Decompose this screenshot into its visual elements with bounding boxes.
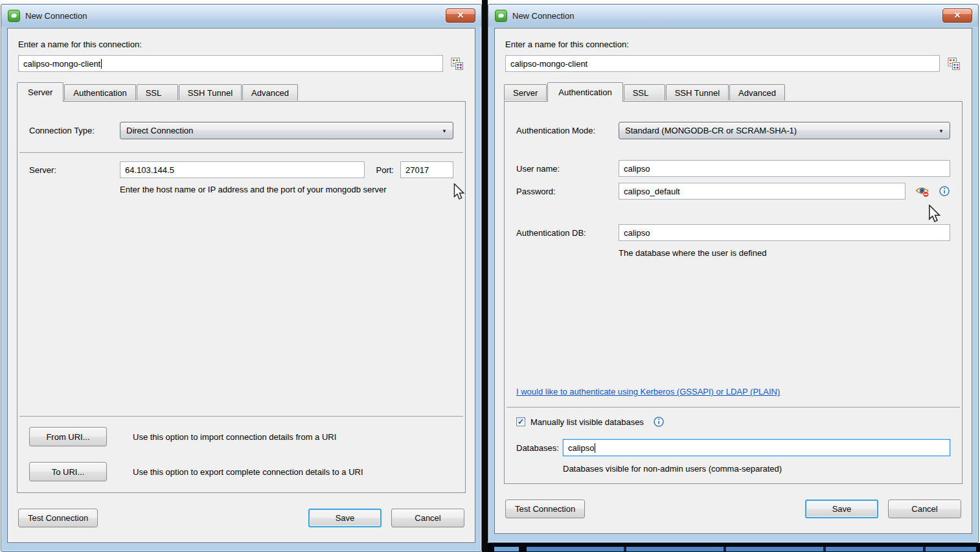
- server-tab-panel: Connection Type: Direct Connection ▼ Ser…: [17, 101, 466, 493]
- test-connection-button[interactable]: Test Connection: [505, 500, 585, 518]
- connection-type-label: Connection Type:: [29, 126, 120, 135]
- authentication-tab-panel: Authentication Mode: Standard (MONGODB-C…: [504, 101, 963, 484]
- server-help-text: Enter the host name or IP address and th…: [17, 178, 465, 194]
- tab-server[interactable]: Server: [17, 82, 63, 102]
- panel-spacer: [505, 258, 962, 387]
- text-caret: [595, 443, 595, 453]
- to-uri-button[interactable]: To URI...: [29, 462, 107, 481]
- app-logo-glyph: [496, 11, 506, 21]
- chevron-down-icon: ▼: [442, 128, 447, 134]
- dialog-footer: Test Connection Save Cancel: [8, 493, 475, 542]
- color-picker-icon[interactable]: [450, 56, 464, 71]
- new-connection-window-authentication: New Connection ✕ Enter a name for this c…: [488, 4, 979, 543]
- server-input[interactable]: 64.103.144.5: [120, 161, 365, 178]
- connection-name-input[interactable]: calipso-mongo-client: [18, 55, 443, 72]
- separator: [19, 416, 463, 417]
- tab-advanced[interactable]: Advanced: [729, 84, 785, 100]
- test-connection-button[interactable]: Test Connection: [18, 509, 98, 527]
- app-icon: [8, 10, 20, 22]
- screenshot-divider: [482, 0, 488, 552]
- username-label: User name:: [516, 164, 619, 174]
- authentication-mode-select[interactable]: Standard (MONGODB-CR or SCRAM-SHA-1) ▼: [619, 122, 950, 139]
- tab-authentication[interactable]: Authentication: [547, 82, 622, 102]
- manually-list-databases-checkbox[interactable]: ✓: [516, 417, 525, 426]
- separator: [19, 152, 463, 153]
- chevron-down-icon: ▼: [939, 128, 944, 134]
- dialog-content: Enter a name for this connection: calips…: [7, 28, 475, 543]
- authentication-db-input[interactable]: calipso: [619, 224, 950, 241]
- connection-name-label: Enter a name for this connection:: [18, 40, 464, 49]
- window-title: New Connection: [25, 11, 87, 21]
- mouse-cursor-icon: [928, 205, 942, 225]
- tab-bar: Server Authentication SSL SSH Tunnel Adv…: [8, 82, 475, 101]
- connection-name-label: Enter a name for this connection:: [505, 40, 961, 49]
- password-input[interactable]: calipso_default: [619, 183, 906, 200]
- to-uri-help-text: Use this option to export complete conne…: [133, 467, 363, 477]
- tab-ssl[interactable]: SSL: [137, 84, 178, 100]
- kerberos-ldap-link[interactable]: I would like to authenticate using Kerbe…: [516, 387, 780, 397]
- password-info-icon[interactable]: [939, 185, 950, 197]
- app-logo-glyph: [9, 11, 19, 21]
- checkmark-icon: ✓: [518, 418, 524, 426]
- tab-ssh-tunnel[interactable]: SSH Tunnel: [179, 84, 242, 100]
- tab-authentication[interactable]: Authentication: [64, 84, 135, 100]
- port-input[interactable]: 27017: [400, 161, 453, 178]
- from-uri-help-text: Use this option to import connection det…: [133, 432, 336, 442]
- titlebar[interactable]: New Connection ✕: [488, 5, 978, 27]
- window-title: New Connection: [512, 11, 574, 21]
- color-picker-icon[interactable]: [946, 56, 961, 71]
- authentication-mode-label: Authentication Mode:: [516, 126, 619, 135]
- cancel-button[interactable]: Cancel: [888, 500, 961, 518]
- username-input[interactable]: calipso: [619, 160, 950, 177]
- connection-name-section: Enter a name for this connection: calips…: [495, 29, 972, 72]
- databases-label: Databases:: [516, 443, 563, 453]
- new-connection-window-server: New Connection ✕ Enter a name for this c…: [1, 4, 482, 552]
- databases-info-icon[interactable]: [653, 416, 665, 428]
- background-app-cell: [494, 547, 519, 551]
- tab-server[interactable]: Server: [504, 84, 547, 100]
- titlebar[interactable]: New Connection ✕: [1, 5, 481, 27]
- from-uri-button[interactable]: From URI...: [29, 427, 107, 446]
- tab-advanced[interactable]: Advanced: [242, 84, 298, 100]
- connection-name-section: Enter a name for this connection: calips…: [8, 29, 475, 72]
- manually-list-databases-label: Manually list visible databases: [530, 417, 644, 427]
- databases-input[interactable]: calipso: [563, 439, 950, 456]
- dialog-footer: Test Connection Save Cancel: [495, 484, 972, 533]
- close-button[interactable]: ✕: [942, 8, 972, 23]
- cancel-button[interactable]: Cancel: [391, 509, 464, 527]
- server-label: Server:: [29, 165, 120, 175]
- port-label: Port:: [376, 165, 394, 175]
- tab-bar: Server Authentication SSL SSH Tunnel Adv…: [495, 82, 972, 101]
- tab-ssl[interactable]: SSL: [624, 84, 665, 100]
- password-label: Password:: [516, 187, 619, 196]
- tab-ssh-tunnel[interactable]: SSH Tunnel: [666, 84, 729, 100]
- save-button[interactable]: Save: [308, 509, 382, 527]
- connection-name-input[interactable]: calipso-mongo-client: [505, 55, 940, 72]
- mouse-cursor-icon: [453, 183, 466, 203]
- separator: [507, 407, 960, 408]
- dialog-content: Enter a name for this connection: calips…: [494, 28, 972, 534]
- background-app-strip: [488, 543, 980, 552]
- panel-spacer: [17, 194, 465, 416]
- databases-help-text: Databases visible for non-admin users (c…: [505, 456, 962, 483]
- connection-type-select[interactable]: Direct Connection ▼: [120, 122, 453, 139]
- authentication-db-label: Authentication DB:: [516, 228, 619, 238]
- close-button[interactable]: ✕: [446, 8, 475, 23]
- text-caret: [101, 59, 102, 69]
- save-button[interactable]: Save: [805, 500, 878, 518]
- screenshot-stage: New Connection ✕ Enter a name for this c…: [0, 0, 980, 552]
- authentication-db-help-text: The database where the user is defined: [505, 241, 962, 258]
- background-app-table-header: [527, 547, 976, 551]
- reveal-password-icon[interactable]: [915, 185, 929, 198]
- app-icon: [495, 10, 507, 22]
